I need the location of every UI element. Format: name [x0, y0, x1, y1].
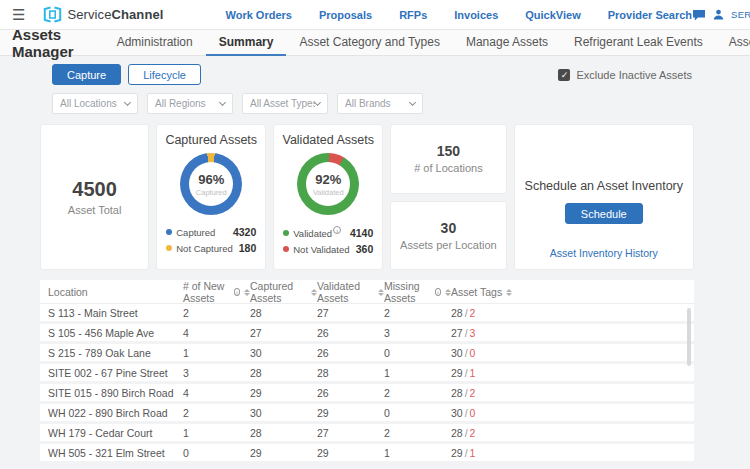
cell-captured: 28 [250, 427, 317, 439]
cell-new-assets: 2 [183, 307, 250, 319]
asset-inventory-history-link[interactable]: Asset Inventory History [550, 247, 658, 259]
lifecycle-button[interactable]: Lifecycle [128, 64, 201, 85]
capture-button[interactable]: Capture [52, 64, 121, 85]
exclude-inactive-assets-checkbox[interactable]: ✓ Exclude Inactive Assets [558, 69, 692, 81]
cell-asset-tags: 28/2 [451, 387, 694, 399]
column-validated-assets[interactable]: Validated Assets [317, 280, 384, 304]
brand-logo[interactable]: ServiceChannel [43, 6, 163, 23]
user-account-dropdown[interactable]: SERVICECHANN... [731, 9, 750, 20]
donut-center: 96% Captured [189, 162, 233, 206]
dropdown-placeholder: All Brands [345, 98, 391, 109]
tab-manage-assets[interactable]: Manage Assets [453, 30, 561, 56]
cell-validated: 27 [317, 427, 384, 439]
nav-provider-search[interactable]: Provider Search [608, 9, 692, 21]
legend-item: Not Captured 180 [166, 242, 256, 254]
cell-validated: 26 [317, 347, 384, 359]
table-row[interactable]: S 215 - 789 Oak Lane 1 30 26 0 30/0 [40, 344, 694, 364]
chevron-down-icon [409, 98, 416, 105]
validated-dot-icon [283, 230, 289, 236]
validated-assets-title: Validated Assets [282, 133, 374, 147]
nav-quickview[interactable]: QuickView [525, 9, 580, 21]
cell-validated: 26 [317, 387, 384, 399]
cell-captured: 29 [250, 447, 317, 459]
cell-asset-tags: 30/0 [451, 347, 694, 359]
cell-captured: 29 [250, 387, 317, 399]
column-new-assets[interactable]: # of New Assets [183, 280, 250, 304]
cell-asset-tags: 30/0 [451, 407, 694, 419]
cell-location: WH 022 - 890 Birch Road [48, 407, 183, 419]
toolbar: Capture Lifecycle ✓ Exclude Inactive Ass… [52, 64, 694, 85]
table-row[interactable]: SITE 002 - 67 Pine Street 3 28 28 1 29/1 [40, 364, 694, 384]
captured-assets-title: Captured Assets [165, 133, 257, 147]
asset-total-value: 4500 [72, 178, 117, 201]
column-captured-assets[interactable]: Captured Assets [250, 280, 317, 304]
column-location: Location [48, 286, 183, 298]
all-locations-dropdown[interactable]: All Locations [52, 93, 138, 114]
info-icon[interactable] [435, 288, 441, 296]
cell-new-assets: 4 [183, 387, 250, 399]
sort-icon[interactable] [506, 289, 512, 296]
cell-missing: 2 [384, 387, 451, 399]
info-icon[interactable] [234, 288, 240, 296]
cell-missing: 2 [384, 307, 451, 319]
dropdown-placeholder: All Asset Types [250, 98, 315, 109]
cell-captured: 28 [250, 307, 317, 319]
cell-new-assets: 1 [183, 347, 250, 359]
table-row[interactable]: SITE 015 - 890 Birch Road 4 29 26 2 28/2 [40, 384, 694, 404]
main-content: Capture Lifecycle ✓ Exclude Inactive Ass… [0, 56, 750, 464]
cell-asset-tags: 29/1 [451, 367, 694, 379]
not-captured-dot-icon [166, 245, 172, 251]
main-nav: Work Orders Proposals RFPs Invoices Quic… [226, 9, 693, 21]
hamburger-menu-icon[interactable]: ☰ [12, 7, 25, 22]
assets-manager-subnav: Assets Manager Administration Summary As… [0, 30, 750, 56]
nav-proposals[interactable]: Proposals [319, 9, 372, 21]
captured-assets-donut-chart: 96% Captured [180, 153, 242, 215]
table-row[interactable]: WH 179 - Cedar Court 1 28 27 2 28/2 [40, 424, 694, 444]
tab-summary[interactable]: Summary [206, 30, 287, 56]
all-regions-dropdown[interactable]: All Regions [147, 93, 233, 114]
cell-location: S 215 - 789 Oak Lane [48, 347, 183, 359]
topbar-right: SERVICECHANN... ▾ [692, 9, 750, 21]
column-missing-assets[interactable]: Missing Assets [384, 280, 451, 304]
cell-missing: 1 [384, 367, 451, 379]
checkbox-checked-icon[interactable]: ✓ [558, 69, 570, 81]
legend-label: Not Validated [293, 244, 349, 255]
table-row[interactable]: WH 022 - 890 Birch Road 2 30 29 0 30/0 [40, 404, 694, 424]
tab-administration[interactable]: Administration [104, 30, 206, 56]
all-brands-dropdown[interactable]: All Brands [337, 93, 423, 114]
nav-work-orders[interactable]: Work Orders [226, 9, 292, 21]
nav-invoices[interactable]: Invoices [454, 9, 498, 21]
schedule-button[interactable]: Schedule [565, 203, 643, 224]
tab-refrigerant-leak-events[interactable]: Refrigerant Leak Events [561, 30, 716, 56]
locations-count-value: 150 [437, 143, 460, 159]
table-row[interactable]: WH 505 - 321 Elm Street 0 29 29 1 29/1 [40, 444, 694, 464]
validated-percent-label: Validated [313, 188, 344, 197]
user-icon [713, 9, 724, 20]
checkbox-label: Exclude Inactive Assets [576, 69, 692, 81]
nav-rfps[interactable]: RFPs [399, 9, 427, 21]
locations-count-label: # of Locations [414, 162, 483, 174]
validated-assets-donut-chart: 92% Validated [297, 153, 359, 215]
info-icon[interactable] [333, 226, 341, 234]
tab-asset-upload[interactable]: Asset Upload [716, 30, 750, 56]
cell-missing: 0 [384, 407, 451, 419]
legend-value: 4140 [350, 227, 373, 239]
legend-value: 360 [356, 243, 374, 255]
table-row[interactable]: S 113 - Main Street 2 28 27 2 28/2 [40, 304, 694, 324]
all-asset-types-dropdown[interactable]: All Asset Types [242, 93, 328, 114]
cell-validated: 29 [317, 407, 384, 419]
tab-asset-category-and-types[interactable]: Asset Category and Types [286, 30, 453, 56]
cell-asset-tags: 27/3 [451, 327, 694, 339]
subnav-tabs: Administration Summary Asset Category an… [104, 30, 750, 56]
cell-asset-tags: 28/2 [451, 307, 694, 319]
table-scrollbar[interactable] [687, 308, 691, 366]
table-row[interactable]: S 105 - 456 Maple Ave 4 27 26 3 27/3 [40, 324, 694, 344]
cell-location: SITE 015 - 890 Birch Road [48, 387, 183, 399]
cell-location: S 105 - 456 Maple Ave [48, 327, 183, 339]
legend-item: Not Validated 360 [283, 243, 373, 255]
cell-captured: 28 [250, 367, 317, 379]
column-asset-tags[interactable]: Asset Tags [451, 286, 694, 298]
summary-cards: 4500 Asset Total Captured Assets 96% Cap… [40, 124, 694, 270]
chat-icon[interactable] [692, 9, 706, 21]
validated-percent: 92% [315, 172, 341, 187]
